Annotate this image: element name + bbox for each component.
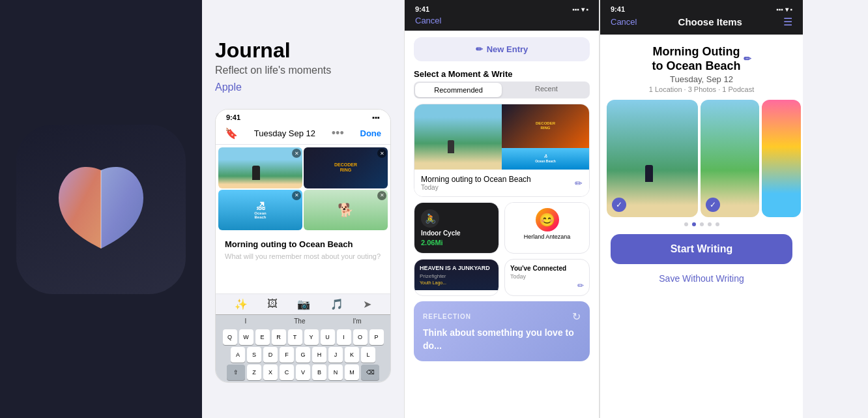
key-z[interactable]: Z <box>247 365 261 380</box>
key-k[interactable]: K <box>345 347 359 363</box>
connected-label: You've Connected <box>510 265 584 272</box>
screenshot-preview: 9:41 ▪▪▪ 🔖 Tuesday Sep 12 ••• Done ✕ DEC… <box>215 109 391 383</box>
refresh-icon[interactable]: ↻ <box>572 310 581 323</box>
key-o[interactable]: O <box>353 329 368 345</box>
segment-recent[interactable]: Recent <box>503 82 590 98</box>
reflection-card[interactable]: REFLECTION ↻ Think about something you l… <box>414 301 590 361</box>
app-developer[interactable]: Apple <box>215 82 391 93</box>
preview-entry-section: Morning outing to Ocean Beach What will … <box>216 233 390 293</box>
moment-beach-img <box>414 104 502 170</box>
dot-1[interactable] <box>684 222 688 226</box>
app-icon[interactable] <box>16 125 186 294</box>
key-b[interactable]: B <box>312 365 326 380</box>
screen2-cancel-button[interactable]: Cancel <box>415 16 441 25</box>
segment-control: Recommended Recent <box>414 82 590 98</box>
preview-status-bar: 9:41 ▪▪▪ <box>216 110 390 123</box>
contact-name: Herland Antezana <box>524 233 571 240</box>
screen2-status-bar: 9:41 ▪▪▪ ▾ ▪ <box>405 0 599 16</box>
key-w[interactable]: W <box>239 329 253 345</box>
screens-container: 9:41 ▪▪▪ ▾ ▪ Cancel ✏ New Entry Select a… <box>404 0 868 418</box>
app-title: Journal <box>215 39 391 62</box>
app-subtitle: Reflect on life's moments <box>215 65 391 76</box>
start-writing-button[interactable]: Start Writing <box>611 234 792 264</box>
key-g[interactable]: G <box>296 347 310 363</box>
screen3-choose-items: 9:41 ▪▪▪ ▾ ▪ Cancel Choose Items ☰ Morni… <box>600 0 803 418</box>
key-y[interactable]: Y <box>304 329 319 345</box>
key-v[interactable]: V <box>296 365 310 380</box>
junkyard-sub: Prizefighter <box>420 273 493 279</box>
preview-img-ocean: 🏖 OceanBeach ✕ <box>218 190 302 231</box>
preview-done[interactable]: Done <box>360 128 382 138</box>
key-i[interactable]: I <box>337 329 351 345</box>
suggestion-1[interactable]: I <box>244 318 246 325</box>
remove-ocean-btn[interactable]: ✕ <box>292 191 301 200</box>
connected-edit-icon[interactable]: ✏ <box>577 281 584 290</box>
key-m[interactable]: M <box>345 365 359 380</box>
choose-title-edit-row: Morning Outing to Ocean Beach ✏ <box>613 45 790 73</box>
contact-card[interactable]: 😊 Herland Antezana <box>504 202 590 254</box>
remove-dog-btn[interactable]: ✕ <box>377 191 386 200</box>
list-icon[interactable]: ☰ <box>783 16 792 28</box>
key-r[interactable]: R <box>272 329 286 345</box>
connected-card-content: You've Connected Today ✏ <box>505 260 589 295</box>
key-j[interactable]: J <box>328 347 343 363</box>
ocean-badge-img: 🏖 Ocean Beach <box>502 148 589 170</box>
choose-colorful-image[interactable] <box>762 100 801 217</box>
cycle-icon: 🚴 <box>421 209 439 228</box>
preview-images-grid: ✕ DECODERRING ✕ 🏖 OceanBeach ✕ 🐕 ✕ <box>216 145 390 233</box>
key-delete[interactable]: ⌫ <box>361 365 379 380</box>
choose-main-image[interactable]: ✓ <box>607 100 698 217</box>
title-edit-icon[interactable]: ✏ <box>744 53 751 65</box>
segment-recommended[interactable]: Recommended <box>415 83 502 97</box>
preview-toolbar-bottom: ✨ 🖼 📷 🎵 ➤ <box>216 293 390 314</box>
suggestion-3[interactable]: I'm <box>353 318 361 325</box>
screen3-title: Choose Items <box>678 16 742 27</box>
send-icon[interactable]: ➤ <box>363 298 371 310</box>
key-d[interactable]: D <box>263 347 278 363</box>
suggestion-2[interactable]: The <box>294 318 305 325</box>
junkyard-card-content: HEAVEN IS A JUNKYARD Prizefighter Youth … <box>414 260 499 290</box>
more-icon[interactable]: ••• <box>332 127 344 140</box>
key-h[interactable]: H <box>312 347 326 363</box>
dot-3[interactable] <box>700 222 704 226</box>
key-c[interactable]: C <box>280 365 294 380</box>
key-p[interactable]: P <box>369 329 384 345</box>
key-l[interactable]: L <box>361 347 375 363</box>
key-shift[interactable]: ⇧ <box>227 365 245 380</box>
new-entry-icon: ✏ <box>476 44 483 54</box>
moment-time: Today <box>421 184 531 191</box>
screen3-cancel-button[interactable]: Cancel <box>611 17 637 27</box>
junkyard-card[interactable]: HEAVEN IS A JUNKYARD Prizefighter Youth … <box>414 259 499 296</box>
camera-icon[interactable]: 📷 <box>297 298 310 310</box>
junkyard-label: Youth Lago... <box>420 280 493 285</box>
app-info-section: Journal Reflect on life's moments Apple … <box>202 0 404 418</box>
key-t[interactable]: T <box>288 329 302 345</box>
screen3-status-icons: ▪▪▪ ▾ ▪ <box>776 6 792 13</box>
image-icon[interactable]: 🖼 <box>267 298 278 310</box>
connected-card[interactable]: You've Connected Today ✏ <box>504 259 590 296</box>
key-e[interactable]: E <box>255 329 270 345</box>
sparkle-icon[interactable]: ✨ <box>235 298 248 310</box>
audio-icon[interactable]: 🎵 <box>330 298 343 310</box>
dot-4[interactable] <box>708 222 712 226</box>
bookmark-icon[interactable]: 🔖 <box>225 127 238 140</box>
save-without-writing-button[interactable]: Save Without Writing <box>600 269 803 288</box>
dot-5[interactable] <box>716 222 719 226</box>
key-n[interactable]: N <box>328 365 343 380</box>
key-q[interactable]: Q <box>223 329 237 345</box>
moment-edit-icon[interactable]: ✏ <box>575 178 583 188</box>
preview-entry-title: Morning outing to Ocean Beach <box>225 239 381 249</box>
key-s[interactable]: S <box>247 347 261 363</box>
moment-card[interactable]: DECODERRING 🏖 Ocean Beach Morning outing… <box>414 104 590 197</box>
key-x[interactable]: X <box>263 365 278 380</box>
activity-cards-grid: 🚴 Indoor Cycle 2.06Mi 😊 Herland Antezana <box>414 202 590 254</box>
key-a[interactable]: A <box>231 347 245 363</box>
app-icon-section <box>0 0 202 418</box>
dot-indicators <box>600 222 803 226</box>
choose-secondary-image[interactable]: ✓ <box>701 100 759 217</box>
dot-2[interactable] <box>692 222 696 226</box>
new-entry-button[interactable]: ✏ New Entry <box>414 37 590 61</box>
key-f[interactable]: F <box>280 347 294 363</box>
key-u[interactable]: U <box>321 329 335 345</box>
cycle-activity-card[interactable]: 🚴 Indoor Cycle 2.06Mi <box>414 202 499 254</box>
